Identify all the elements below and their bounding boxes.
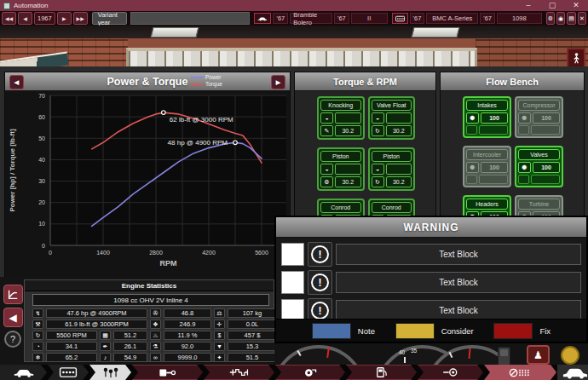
svg-text:20: 20 [38,199,45,205]
maximize-button[interactable]: ▢ [540,0,564,11]
trim-name-badge[interactable]: II [351,13,388,24]
limit-value[interactable] [386,164,412,175]
pencil-icon: ✎ [320,125,333,136]
wrench-gear-icon: ⚙ [320,176,333,187]
fan-icon: ✺ [466,112,479,124]
left-sidebar: ◀ ? [3,285,23,348]
chart-prev-icon[interactable]: ◀ [9,75,24,89]
tab-valvetrain[interactable] [89,365,131,380]
yellow-knob[interactable] [561,346,579,365]
rpm-value[interactable]: 30.2 [386,176,412,187]
slider-handle[interactable] [498,347,510,365]
stat-smoothness: 26.1 [113,342,147,351]
feather-icon: ✒ [100,342,111,351]
tab-exhaust[interactable] [418,365,483,380]
app-icon [3,3,10,9]
rpm-value[interactable]: 30.2 [335,125,361,136]
svg-text:1400: 1400 [96,250,110,256]
warning-color-box[interactable] [281,243,304,266]
jug-icon: ◒ [372,112,384,124]
exit-sign [567,48,585,66]
camera-icon[interactable]: ◉ [556,12,565,25]
model-year-badge: '67 [273,13,288,24]
tab-aspiration[interactable] [275,365,345,380]
tab-bottom-end[interactable] [132,365,203,380]
save-icon[interactable]: ▤ [567,12,575,25]
tab-dyno-test[interactable] [484,365,556,380]
radiator-icon: ▦ [100,331,111,340]
note-swatch [312,323,351,339]
fix-label: Fix [539,326,551,336]
warning-text-block[interactable]: Text Block [336,244,581,265]
warning-text-block[interactable]: Text Block [336,272,581,293]
rpm-icon: ↻ [372,125,384,136]
flow-sub-box [466,125,477,135]
gear-icon[interactable]: ⚙ [546,12,555,25]
limit-value[interactable] [386,112,412,124]
torque-legend-label: Torque [205,81,222,88]
pawn-icon[interactable]: ♟ [527,345,550,365]
exclamation-icon: ! [311,245,329,263]
back-nav-icon[interactable]: ◀ [3,308,23,327]
svg-text:62 lb-ft @ 3000 RPM: 62 lb-ft @ 3000 RPM [170,116,233,124]
warning-color-box[interactable] [281,271,304,294]
close-window-button[interactable]: ✕ [564,0,588,11]
engine-name: 1098 cc OHV 2V Inline 4 [32,294,269,306]
engine-family-badge[interactable]: BMC A-Series [426,13,478,24]
fast-back-icon[interactable]: ◀◀ [2,12,16,25]
flow-value[interactable]: 100 [533,162,560,173]
flow-sub-bar [479,175,508,184]
service-icon: ▼ [214,342,225,351]
model-name-badge[interactable]: Bramble Bolero [290,13,332,24]
piston-icon [159,367,176,378]
stat-cooling: 51.2 [113,331,147,340]
gauge-icon: ◔ [32,342,43,351]
torque-rpm-header: Torque & RPM [295,72,435,91]
tab-engine-block[interactable] [48,365,89,380]
fast-forward-icon[interactable]: ▶▶ [73,12,88,25]
stat-oil: 46.8 [164,308,211,318]
card-title: Piston [372,151,412,162]
card-title: Conrod [372,202,412,213]
stat-knock: 65.2 [46,353,97,362]
dyno-icon [509,367,532,378]
rpm-value[interactable]: 30.2 [335,176,361,187]
help-icon[interactable]: ? [4,331,21,348]
power-torque-chart: 01020304050607001400280042005600RPMPower… [5,91,290,278]
tab-fuel-system[interactable] [346,365,417,380]
limit-value[interactable] [335,112,361,124]
power-legend-swatch [191,77,203,78]
chart-next-icon[interactable]: ▶ [271,75,285,89]
valvetrain-icon [102,367,119,378]
svg-text:60: 60 [38,114,45,120]
engine-variant-badge[interactable]: 1098 [497,13,542,24]
warning-legend: Note Consider Fix [276,319,586,342]
variant-year-button[interactable]: Variant year [92,12,128,25]
gauge-label: 35 [411,348,417,354]
close-icon[interactable]: ✕ [578,12,586,25]
snowflake-icon: ❄ [32,353,43,362]
stat-fuel: 92.0 [164,342,211,351]
limit-value[interactable] [335,164,361,175]
tab-car[interactable] [0,365,47,380]
power-torque-header: ◀ Power & Torque Power Torque ▶ [5,72,290,91]
forward-icon[interactable]: ▶ [57,12,72,25]
car-preview-button[interactable] [557,365,588,380]
fuel-pump-icon [376,366,388,378]
power-torque-panel: ◀ Power & Torque Power Torque ▶ 01020304… [4,72,291,278]
automation-window: Automation – ▢ ✕ ◀◀ ◀ 1967 ▶ ▶▶ Variant … [0,0,588,380]
warning-severity-button[interactable]: ! [308,270,332,295]
rpm-value[interactable]: 30.2 [386,125,412,136]
stat-power: 47.6 hp @ 4900RPM [46,308,147,318]
chart-legend: Power Torque [191,74,222,88]
tab-crankshaft[interactable] [204,365,274,380]
minimize-button[interactable]: – [516,0,540,11]
flow-value[interactable]: 100 [481,112,508,124]
graph-icon[interactable] [3,285,23,304]
torque-legend-swatch [191,83,203,85]
speaker-icon: ♪ [100,353,111,362]
card-title: Valves [518,149,560,160]
warning-severity-button[interactable]: ! [308,242,332,267]
back-icon[interactable]: ◀ [18,12,32,25]
engine-block-icon [59,367,78,377]
